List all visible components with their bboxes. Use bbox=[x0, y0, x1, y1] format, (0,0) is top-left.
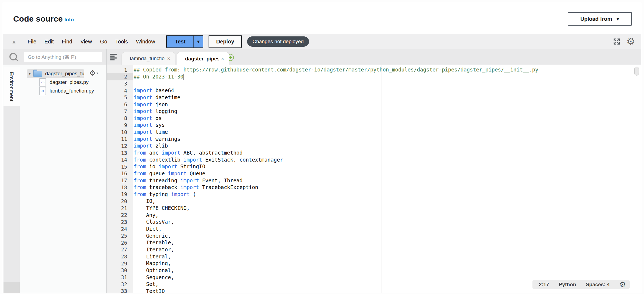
line-number[interactable]: 17 bbox=[107, 177, 127, 183]
code-line[interactable]: 10import time bbox=[107, 129, 641, 136]
line-number[interactable]: 30 bbox=[107, 267, 127, 273]
line-number[interactable]: 12 bbox=[107, 143, 127, 149]
code-line[interactable]: 13from abc import ABC, abstractmethod bbox=[107, 149, 641, 156]
collapse-panel-icon[interactable]: ▲ bbox=[12, 39, 16, 44]
indent-setting[interactable]: Spaces: 4 bbox=[586, 282, 610, 288]
line-number[interactable]: 13 bbox=[107, 150, 127, 156]
menu-go[interactable]: Go bbox=[96, 36, 111, 47]
line-number[interactable]: 31 bbox=[107, 274, 127, 280]
line-number[interactable]: 26 bbox=[107, 240, 127, 246]
menu-window[interactable]: Window bbox=[132, 36, 159, 47]
code-line[interactable]: 25 Generic, bbox=[107, 232, 641, 239]
code-line[interactable]: 26 Iterable, bbox=[107, 239, 641, 246]
line-number[interactable]: 5 bbox=[107, 94, 127, 100]
code-line[interactable]: 17from threading import Event, Thread bbox=[107, 177, 641, 184]
code-line[interactable]: 4import base64 bbox=[107, 87, 641, 94]
line-number[interactable]: 25 bbox=[107, 233, 127, 239]
line-number[interactable]: 20 bbox=[107, 198, 127, 204]
menu-view[interactable]: View bbox=[76, 36, 96, 47]
folder-disclosure-icon[interactable]: ▾ bbox=[29, 72, 31, 76]
code-line[interactable]: 2## On 2023-11-30 bbox=[107, 73, 641, 80]
menu-file[interactable]: File bbox=[24, 36, 40, 47]
tab-dagster_pipes.py[interactable]: dagster_pipes.py× bbox=[177, 52, 229, 65]
code-line[interactable]: 23 ClassVar, bbox=[107, 218, 641, 225]
status-settings-gear-icon[interactable]: ⚙ bbox=[619, 281, 626, 288]
code-line[interactable]: 12import zlib bbox=[107, 142, 641, 149]
line-number[interactable]: 1 bbox=[107, 67, 127, 73]
code-editor[interactable]: 1## Copied from: https://raw.githubuserc… bbox=[107, 65, 641, 293]
code-line[interactable]: 27 Iterator, bbox=[107, 246, 641, 253]
chevron-down-icon: ▾ bbox=[96, 71, 98, 75]
code-line[interactable]: 30 Optional, bbox=[107, 267, 641, 274]
test-dropdown-button[interactable]: ▼ bbox=[193, 36, 203, 47]
tab-lambda_function[interactable]: lambda_function.× bbox=[122, 52, 175, 65]
code-line[interactable]: 8import os bbox=[107, 115, 641, 122]
code-line[interactable]: 22 Any, bbox=[107, 211, 641, 218]
line-number[interactable]: 33 bbox=[107, 288, 127, 293]
line-number[interactable]: 29 bbox=[107, 261, 127, 266]
code-line[interactable]: 24 Dict, bbox=[107, 225, 641, 233]
language-mode[interactable]: Python bbox=[559, 282, 576, 288]
line-number[interactable]: 21 bbox=[107, 205, 127, 211]
code-line[interactable]: 9import sys bbox=[107, 122, 641, 129]
line-number[interactable]: 16 bbox=[107, 170, 127, 176]
code-line[interactable]: 21 TYPE_CHECKING, bbox=[107, 205, 641, 212]
dock-bottom-toggle[interactable] bbox=[4, 282, 20, 293]
code-line[interactable]: 6import json bbox=[107, 101, 641, 108]
tab-list-icon[interactable] bbox=[110, 54, 117, 61]
line-number[interactable]: 9 bbox=[107, 122, 127, 128]
menu-tools[interactable]: Tools bbox=[111, 36, 132, 47]
code-line[interactable]: 29 Mapping, bbox=[107, 260, 641, 267]
line-number[interactable]: 27 bbox=[107, 247, 127, 252]
code-line[interactable]: 7import logging bbox=[107, 108, 641, 115]
code-line[interactable]: 28 Literal, bbox=[107, 253, 641, 260]
code-line[interactable]: 15from io import StringIO bbox=[107, 163, 641, 170]
code-line[interactable]: 5import datetime bbox=[107, 94, 641, 101]
deploy-button[interactable]: Deploy bbox=[209, 35, 242, 48]
line-number[interactable]: 11 bbox=[107, 136, 127, 142]
environment-tab[interactable]: Environment bbox=[4, 67, 20, 106]
line-number[interactable]: 23 bbox=[107, 219, 127, 225]
line-number[interactable]: 18 bbox=[107, 184, 127, 190]
line-number[interactable]: 4 bbox=[107, 88, 127, 94]
upload-from-button[interactable]: Upload from ▼ bbox=[568, 12, 632, 26]
code-line[interactable]: 14from contextlib import ExitStack, cont… bbox=[107, 156, 641, 163]
code-line[interactable]: 3 bbox=[107, 80, 641, 87]
code-line[interactable]: 11import warnings bbox=[107, 135, 641, 142]
goto-anything-input[interactable] bbox=[24, 52, 102, 62]
line-number[interactable]: 2 bbox=[107, 74, 127, 80]
code-line[interactable]: 20 IO, bbox=[107, 198, 641, 205]
code-line[interactable]: 19from typing import ( bbox=[107, 191, 641, 198]
line-number[interactable]: 7 bbox=[107, 108, 127, 114]
info-link[interactable]: Info bbox=[64, 17, 74, 23]
menu-find[interactable]: Find bbox=[58, 36, 76, 47]
code-line[interactable]: 16from queue import Queue bbox=[107, 170, 641, 177]
line-number[interactable]: 10 bbox=[107, 129, 127, 135]
cursor-position[interactable]: 2:17 bbox=[539, 282, 549, 288]
tab-close-icon[interactable]: × bbox=[167, 56, 170, 61]
test-button[interactable]: Test ▼ bbox=[166, 35, 203, 48]
test-button-label[interactable]: Test bbox=[167, 36, 194, 47]
line-number[interactable]: 14 bbox=[107, 157, 127, 163]
tab-close-icon[interactable]: × bbox=[221, 56, 224, 61]
line-number[interactable]: 32 bbox=[107, 281, 127, 287]
line-number[interactable]: 3 bbox=[107, 81, 127, 87]
line-number[interactable]: 15 bbox=[107, 164, 127, 170]
code-line[interactable]: 18from traceback import TracebackExcepti… bbox=[107, 184, 641, 191]
settings-gear-icon[interactable]: ⚙ bbox=[626, 37, 635, 46]
tree-settings-gear[interactable]: ⚙ ▾ bbox=[89, 69, 98, 77]
tree-file-dagster_pipes.py[interactable]: ‹›dagster_pipes.py bbox=[39, 78, 106, 87]
tree-file-lambda_function.py[interactable]: ‹›lambda_function.py bbox=[39, 87, 106, 95]
line-number[interactable]: 19 bbox=[107, 191, 127, 197]
code-text: Iterator, bbox=[134, 247, 174, 253]
tree-folder-row[interactable]: ▾ dagster_pipes_funct bbox=[27, 69, 84, 78]
code-line[interactable]: 1## Copied from: https://raw.githubuserc… bbox=[107, 66, 641, 73]
line-number[interactable]: 24 bbox=[107, 226, 127, 232]
line-number[interactable]: 22 bbox=[107, 212, 127, 218]
line-number[interactable]: 28 bbox=[107, 254, 127, 259]
vertical-scrollbar-thumb[interactable] bbox=[634, 67, 639, 76]
menu-edit[interactable]: Edit bbox=[40, 36, 58, 47]
line-number[interactable]: 8 bbox=[107, 115, 127, 121]
line-number[interactable]: 6 bbox=[107, 101, 127, 107]
fullscreen-icon[interactable] bbox=[612, 37, 621, 46]
